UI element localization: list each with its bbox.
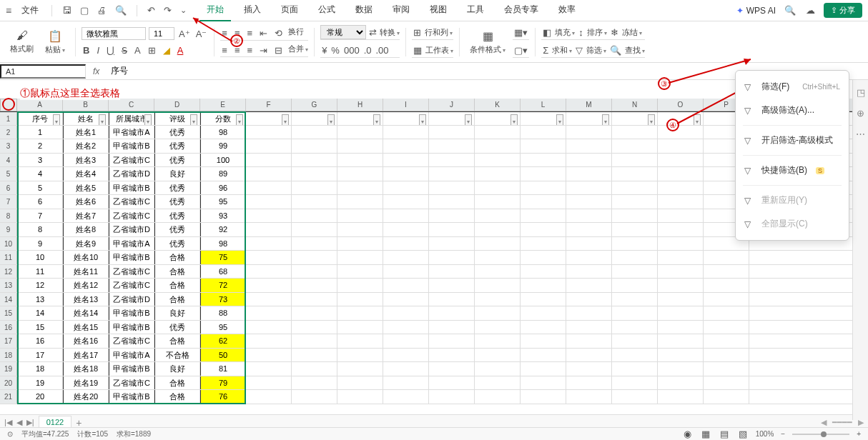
cell[interactable]: 乙省城市D [109,167,154,181]
cell[interactable]: 姓名14 [63,306,109,320]
tab-start[interactable]: 开始 [199,0,231,21]
undo-icon[interactable]: ↶ [146,4,157,17]
indent-inc-icon[interactable]: ⇥ [258,44,269,57]
align-top-icon[interactable]: ≡ [220,26,229,40]
view-page-icon[interactable]: ▦ [700,427,711,440]
print-icon[interactable]: 🖨 [96,4,108,17]
cell[interactable]: 优秀 [154,321,200,334]
cell[interactable]: 不合格 [154,349,200,362]
cell[interactable]: 75 [200,251,246,264]
cell[interactable]: 乙省城市C [109,195,154,209]
cell[interactable]: 68 [200,265,246,279]
tab-review[interactable]: 审阅 [385,0,417,21]
view-normal-icon[interactable]: ◉ [682,427,693,440]
col-header-L[interactable]: L [521,99,566,111]
cell[interactable]: 96 [200,181,246,195]
dec-inc-icon[interactable]: .0 [363,44,373,57]
cell[interactable]: 19 [17,376,63,390]
font-color-icon[interactable]: A [133,44,142,57]
orient-icon[interactable]: ⟲ [273,26,284,40]
cell[interactable]: 92 [200,223,246,236]
row-header[interactable]: 20 [0,376,17,390]
cell[interactable]: 乙省城市C [109,376,154,390]
cell[interactable]: 76 [200,390,246,404]
cell[interactable]: 50 [200,349,246,362]
col-header-O[interactable]: O [658,99,704,111]
align-bot-icon[interactable]: ≡ [246,26,255,40]
cell[interactable]: 乙省城市C [109,209,154,223]
border-icon[interactable]: ⊞ [147,44,157,57]
cell[interactable]: 93 [200,209,246,223]
zoom-label[interactable]: 100% [756,430,774,438]
col-header-A[interactable]: A [17,99,63,111]
cell[interactable]: 甲省城市A [109,237,154,251]
freeze-button[interactable]: 冻结 [622,27,642,38]
cell[interactable]: 合格 [154,293,200,306]
cell[interactable]: 甲省城市B [109,181,154,195]
sheet-first-icon[interactable]: |◀ [4,418,12,427]
cell[interactable]: 3 [17,154,63,167]
col-header-F[interactable]: F [246,99,292,111]
cell[interactable]: 姓名1 [63,126,109,139]
percent-icon[interactable]: % [330,44,341,57]
sp-icon-1[interactable]: ◳ [857,87,865,98]
cell[interactable]: 优秀 [154,154,200,167]
row-header[interactable]: 14 [0,293,17,306]
align-right-icon[interactable]: ≡ [246,44,255,57]
cell[interactable]: 姓名19 [63,376,109,390]
cell[interactable]: 姓名2 [63,139,109,153]
cell[interactable]: 优秀 [154,139,200,153]
tab-page[interactable]: 页面 [274,0,305,21]
row-header[interactable]: 4 [0,154,17,167]
name-box[interactable] [0,64,86,79]
italic-icon[interactable]: I [95,44,101,57]
cell[interactable]: 优秀 [154,223,200,236]
cell[interactable]: 甲省城市B [109,139,154,153]
sp-icon-2[interactable]: ⊕ [857,108,864,119]
fill-color-icon[interactable]: ◢ [162,44,172,57]
row-header[interactable]: 18 [0,349,17,362]
cell[interactable]: 优秀 [154,195,200,209]
cell[interactable]: 72 [200,279,246,292]
dd-filter[interactable]: ▽筛选(F)Ctrl+Shift+L [736,75,849,99]
cell[interactable]: 81 [200,362,246,376]
cell[interactable]: 合格 [154,265,200,279]
filter-button[interactable]: 筛选 [586,45,606,56]
preview-icon[interactable]: 🔍 [114,4,128,17]
cell[interactable]: 姓名16 [63,334,109,348]
cell[interactable]: 62 [200,334,246,348]
redo-icon[interactable]: ↷ [162,4,173,17]
cell[interactable]: 14 [17,306,63,320]
table-header-cell[interactable]: 评级 [154,112,200,125]
row-header[interactable]: 15 [0,306,17,320]
worksheet-button[interactable]: 工作表 [425,45,453,56]
row-header[interactable]: 19 [0,362,17,376]
decrease-font-icon[interactable]: A⁻ [194,27,209,41]
cell[interactable]: 甲省城市A [109,126,154,139]
col-header-E[interactable]: E [200,99,246,111]
cell[interactable]: 姓名4 [63,167,109,181]
more-icon[interactable]: ⌄ [179,4,188,16]
col-header-M[interactable]: M [566,99,612,111]
tab-data[interactable]: 数据 [348,0,380,21]
currency-icon[interactable]: ¥ [320,44,328,57]
cell[interactable]: 甲省城市A [109,349,154,362]
cell[interactable]: 优秀 [154,209,200,223]
cell[interactable]: 姓名3 [63,154,109,167]
new-icon[interactable]: ▢ [79,4,90,17]
cloud-icon[interactable]: ☁ [804,4,817,17]
font-size-select[interactable] [149,27,174,40]
cell[interactable]: 95 [200,321,246,334]
tab-efficiency[interactable]: 效率 [551,0,583,21]
cell[interactable]: 乙省城市C [109,334,154,348]
cell[interactable]: 13 [17,293,63,306]
convert-icon[interactable]: ⇄ [368,26,378,39]
cell[interactable]: 合格 [154,376,200,390]
strike-icon[interactable]: S̶ [120,44,129,57]
cell[interactable]: 98 [200,126,246,139]
col-header-G[interactable]: G [292,99,337,111]
cell[interactable]: 姓名12 [63,279,109,292]
cell[interactable]: 9 [17,237,63,251]
table-header-cell[interactable]: 分数 [200,112,246,125]
row-header[interactable]: 21 [0,390,17,404]
